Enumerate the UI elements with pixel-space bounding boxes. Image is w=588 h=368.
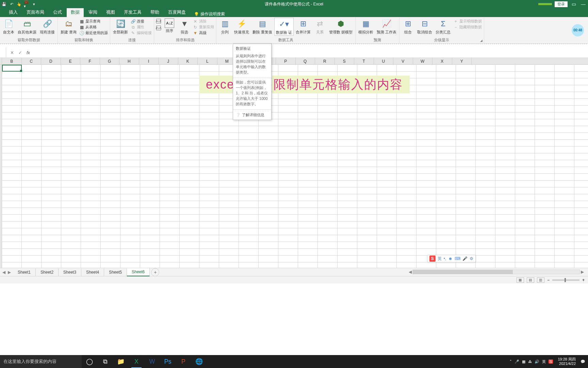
spreadsheet-grid[interactable]: excel 限制单元格输入的内容 xyxy=(0,65,588,268)
scroll-right-icon[interactable]: ▶ xyxy=(580,270,585,274)
tab-help[interactable]: 帮助 xyxy=(146,7,163,17)
relationships-button[interactable]: ⇄关系 xyxy=(313,18,327,35)
show-detail-button[interactable]: +显示明细数据 xyxy=(453,18,483,24)
filter-button[interactable]: ▼筛选 xyxy=(177,18,192,35)
whatif-button[interactable]: ▦模拟分析 xyxy=(357,18,375,35)
tab-baidu[interactable]: 百度网盘 xyxy=(164,7,190,17)
page-break-view-button[interactable]: ▥ xyxy=(537,277,544,283)
properties-button[interactable]: ⧉属性 xyxy=(130,24,152,30)
powerpoint-icon[interactable]: P xyxy=(176,355,191,368)
normal-view-button[interactable]: ▦ xyxy=(517,277,524,283)
group-button[interactable]: ⊞组合 xyxy=(401,18,415,35)
dialog-launcher-icon[interactable]: ◢ xyxy=(479,39,483,43)
col-header[interactable]: W xyxy=(413,58,433,64)
row-headers[interactable] xyxy=(0,65,2,268)
connections-button[interactable]: 🔗连接 xyxy=(130,18,152,24)
tray-app-icon[interactable]: ▩ xyxy=(522,359,525,364)
advanced-filter-button[interactable]: ▼高级 xyxy=(192,30,215,36)
undo-icon[interactable]: ↶ xyxy=(9,1,14,7)
cancel-icon[interactable]: ✕ xyxy=(8,49,16,56)
tab-page-layout[interactable]: 页面布局 xyxy=(22,7,48,17)
col-header[interactable]: G xyxy=(100,58,120,64)
col-header[interactable]: D xyxy=(41,58,61,64)
chrome-icon[interactable]: 🌐 xyxy=(191,355,207,368)
show-queries-button[interactable]: ▦显示查询 xyxy=(79,18,109,24)
ime-punct-icon[interactable]: •, xyxy=(444,256,446,261)
col-header[interactable]: H xyxy=(119,58,139,64)
text-to-columns-button[interactable]: ▥分列 xyxy=(218,18,232,35)
tab-review[interactable]: 审阅 xyxy=(84,7,101,17)
col-header[interactable]: U xyxy=(374,58,394,64)
zoom-slider[interactable] xyxy=(552,279,579,281)
ime-emoji-icon[interactable]: ☻ xyxy=(448,256,453,261)
ime-floating-bar[interactable]: S 英 •, ☻ ⌨ 🎤 ⚙ xyxy=(427,255,476,262)
col-header[interactable]: J xyxy=(159,58,178,64)
add-sheet-button[interactable]: + xyxy=(151,268,159,276)
existing-connections-button[interactable]: 🔗现有连接 xyxy=(38,18,56,35)
zoom-out-icon[interactable]: − xyxy=(547,278,550,282)
excel-icon[interactable]: X xyxy=(129,355,144,368)
zoom-in-icon[interactable]: + xyxy=(582,278,585,282)
tab-formulas[interactable]: 公式 xyxy=(49,7,66,17)
col-header[interactable]: Q xyxy=(296,58,315,64)
remove-duplicates-button[interactable]: ▤删除 重复值 xyxy=(251,18,274,35)
formula-input[interactable] xyxy=(34,47,588,58)
from-other-sources-button[interactable]: 🗃自其他来源 xyxy=(16,18,38,35)
tell-me-search[interactable]: 💡 操作说明搜索 xyxy=(194,11,225,17)
ime-keyboard-icon[interactable]: ⌨ xyxy=(455,256,460,261)
scroll-thumb[interactable] xyxy=(413,270,513,274)
taskbar-clock[interactable]: 19:28 周四 2021/4/22 xyxy=(556,357,578,366)
ribbon-display-icon[interactable]: ▭ xyxy=(570,1,577,7)
col-header[interactable]: V xyxy=(393,58,413,64)
start-button[interactable]: ◯ xyxy=(82,355,97,368)
sheet-tab[interactable]: Sheet4 xyxy=(81,269,104,276)
new-query-button[interactable]: 🗂新建 查询 xyxy=(59,18,78,35)
name-box[interactable] xyxy=(0,47,6,58)
sheet-nav-prev-icon[interactable]: ◀ xyxy=(1,270,6,275)
col-header[interactable]: C xyxy=(22,58,42,64)
forecast-sheet-button[interactable]: 📈预测 工作表 xyxy=(375,18,398,35)
col-header[interactable]: R xyxy=(315,58,335,64)
ime-mic-icon[interactable]: 🎤 xyxy=(462,256,468,261)
minimize-icon[interactable]: — xyxy=(580,1,587,7)
briefcase-icon[interactable]: 💼▾ xyxy=(24,1,29,7)
ungroup-button[interactable]: ⊟取消组合 xyxy=(416,18,434,35)
col-header[interactable]: I xyxy=(139,58,159,64)
touch-mode-icon[interactable]: 👆 xyxy=(16,1,22,7)
fx-icon[interactable]: fx xyxy=(24,49,32,56)
data-model-button[interactable]: ⬢管理数 据模型 xyxy=(328,18,354,35)
col-header[interactable]: L xyxy=(198,58,217,64)
sheet-tab[interactable]: Sheet3 xyxy=(59,269,81,276)
tab-developer[interactable]: 开发工具 xyxy=(120,7,146,17)
ime-settings-icon[interactable]: ⚙ xyxy=(470,256,473,261)
col-header[interactable]: F xyxy=(80,58,100,64)
save-icon[interactable]: 💾 xyxy=(1,1,7,7)
notifications-icon[interactable]: 💬 xyxy=(581,359,585,364)
tab-data[interactable]: 数据 xyxy=(67,7,84,17)
tab-view[interactable]: 视图 xyxy=(102,7,119,17)
from-text-button[interactable]: 📄自文本 xyxy=(1,18,16,35)
col-header[interactable]: Y xyxy=(452,58,472,64)
edit-links-button[interactable]: ✎编辑链接 xyxy=(130,30,152,36)
col-header[interactable]: P xyxy=(276,58,296,64)
ime-lang[interactable]: 英 xyxy=(438,256,442,262)
tray-overflow-icon[interactable]: ˄ xyxy=(510,359,512,364)
tray-network-icon[interactable]: 🖧 xyxy=(528,359,532,364)
task-view-icon[interactable]: ⧉ xyxy=(97,355,113,368)
tab-insert[interactable]: 插入 xyxy=(5,7,22,17)
page-layout-view-button[interactable]: ▤ xyxy=(527,277,534,283)
sort-button[interactable]: A↓Z排序 xyxy=(162,18,177,34)
tray-lang[interactable]: 英 xyxy=(542,359,546,364)
sheet-nav-next-icon[interactable]: ▶ xyxy=(7,270,12,275)
tray-mic-icon[interactable]: 🎤 xyxy=(514,359,519,364)
refresh-all-button[interactable]: 🔄全部刷新 xyxy=(112,18,129,35)
sheet-tab[interactable]: Sheet1 xyxy=(13,269,36,276)
col-header[interactable]: K xyxy=(178,58,198,64)
flash-fill-button[interactable]: ⚡快速填充 xyxy=(233,18,250,35)
sogou-icon[interactable]: S xyxy=(429,256,436,262)
word-icon[interactable]: W xyxy=(144,355,160,368)
col-header[interactable]: E xyxy=(61,58,81,64)
sheet-tab[interactable]: Sheet6 xyxy=(127,268,150,276)
consolidate-button[interactable]: ⊞合并计算 xyxy=(294,18,312,35)
sheet-tab[interactable]: Sheet2 xyxy=(36,269,59,276)
